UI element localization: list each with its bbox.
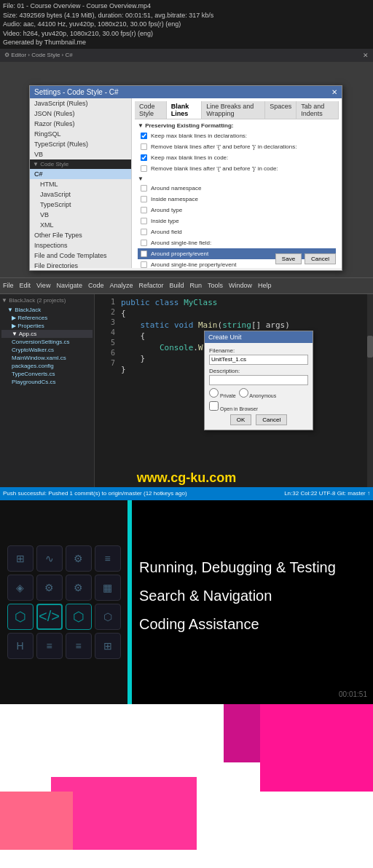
checkbox-inside-type[interactable]: Inside type [138,216,336,226]
sidebar-item-conversioncs[interactable]: ConversionSettings.cs [1,338,93,346]
filename-input[interactable] [209,355,308,365]
settings-item-javascript[interactable]: JavaScript [30,189,131,200]
checkbox-around-single-field[interactable]: Around single-line field: [138,237,336,248]
filename-label: Filename: [209,347,308,354]
checkbox-around-type[interactable]: Around type [138,205,336,216]
tab-blank-lines[interactable]: Blank Lines [167,101,202,119]
menu-build[interactable]: Build [169,282,184,289]
timer-display: 00:01:51 [339,690,367,698]
settings-save-button[interactable]: Save [275,253,302,264]
dialog-cancel-button[interactable]: Cancel [256,414,287,425]
settings-close-icon[interactable]: ✕ [331,88,337,96]
settings-item-ringsql[interactable]: RingSQL [30,129,131,139]
icon-cell-13: H [7,633,34,659]
file-info-line5: Generated by Thumbnail.me [3,38,370,47]
status-right: Ln:32 Col:22 UTF-8 Git: master ↑ [284,490,370,497]
settings-right-panel: Code Style Blank Lines Line Breaks and W… [132,98,342,268]
icon-cell-3: ⚙ [66,545,92,572]
settings-section-code-style: ▼ Code Style [30,159,131,169]
sidebar-item-appcs[interactable]: ▼ App.cs [1,330,93,338]
sidebar-item-playgroundcs[interactable]: PlaygroundCs.cs [1,378,93,386]
settings-item-inspections[interactable]: Inspections [30,240,131,250]
file-info-line1: File: 01 - Course Overview - Course Over… [3,1,370,11]
sidebar-item-typeconverts[interactable]: TypeConverts.cs [1,370,93,378]
checkbox-around-namespace[interactable]: Around namespace [138,183,336,194]
sidebar-item-blackjack[interactable]: ▼ BlackJack [1,306,93,314]
watermark: www.cg-ku.com [137,470,236,486]
checkbox-maxblank-decl[interactable]: Keep max blank lines in declarations: [138,130,336,141]
private-checkbox-label[interactable]: Private [209,388,236,398]
menu-tools[interactable]: Tools [208,282,223,289]
settings-item-other[interactable]: Other File Types [30,230,131,240]
settings-item-xml[interactable]: XML [30,220,131,230]
dialog-ok-button[interactable]: OK [230,414,252,425]
menu-edit[interactable]: Edit [20,282,31,289]
menu-analyze[interactable]: Analyze [109,282,133,289]
create-dialog-body: Filename: Description: Private Anonymous… [205,343,313,430]
tab-spaces[interactable]: Spaces [265,101,297,119]
dialog-buttons: OK Cancel [209,414,308,425]
anonymous-checkbox-label[interactable]: Anonymous [239,388,277,398]
course-item-3: Coding Assistance [139,616,361,633]
settings-item-js[interactable]: JavaScript (Rules) [30,98,131,108]
checkbox-maxblank-code[interactable]: Keep max blank lines in code: [138,152,336,163]
menu-help[interactable]: Help [258,282,272,289]
file-info-bar: File: 01 - Course Overview - Course Over… [0,0,373,49]
settings-item-razor[interactable]: Razor (Rules) [30,119,131,129]
settings-body: JavaScript (Rules) JSON (Rules) Razor (R… [30,98,342,268]
menu-window[interactable]: Window [229,282,252,289]
settings-item-csharp[interactable]: C# [30,169,131,179]
title-section: Visual Studio [0,850,373,868]
description-input[interactable] [209,375,308,385]
icon-cell-7: ⚙ [66,575,92,601]
ide-menu: File Edit View Navigate Code Analyze Ref… [3,282,272,289]
icon-cell-computer: </> [36,604,63,630]
squares-section [0,704,373,850]
settings-item-templates[interactable]: File and Code Templates [30,250,131,261]
settings-item-html[interactable]: HTML [30,179,131,189]
checkbox-remove-blank-decl[interactable]: Remove blank lines after '{' and before … [138,141,336,152]
tab-tabs-indents[interactable]: Tab and Indents [297,101,339,119]
settings-item-vb[interactable]: VB [30,149,131,159]
sidebar-item-references[interactable]: ▶ References [1,314,93,322]
icon-cell-6: ⚙ [36,575,63,601]
menu-navigate[interactable]: Navigate [56,282,82,289]
settings-item-json[interactable]: JSON (Rules) [30,108,131,119]
icon-cell-15: ≡ [66,633,92,659]
course-section: ⊞ ∿ ⚙ ≡ ◈ ⚙ ⚙ ▦ ⬡ </> ⬡ ⬡ H ≡ ≡ ⊞ Runnin… [0,500,373,704]
menu-run[interactable]: Run [190,282,203,289]
sidebar-item-packagesconfig[interactable]: packages.config [1,362,93,370]
open-browser-checkbox-label[interactable]: Open in Browser [209,401,258,411]
icon-cell-14: ≡ [36,633,63,659]
tab-line-breaks[interactable]: Line Breaks and Wrapping [202,101,265,119]
code-content: ▼ BlackJack (2 projects) ▼ BlackJack ▶ R… [0,294,373,500]
settings-item-typescript[interactable]: TypeScript [30,200,131,210]
sidebar-item-cryptowalker[interactable]: CryptoWalker.cs [1,346,93,354]
checkbox-inside-namespace[interactable]: Inside namespace [138,194,336,205]
checkbox-remove-blank-code[interactable]: Remove blank lines after '{' and before … [138,163,336,174]
menu-view[interactable]: View [36,282,50,289]
settings-item-ts[interactable]: TypeScript (Rules) [30,139,131,149]
settings-item-filedirs[interactable]: File Directories [30,261,131,268]
scrollbar-right[interactable] [367,294,373,500]
sidebar-item-properties[interactable]: ▶ Properties [1,322,93,330]
menu-code[interactable]: Code [88,282,104,289]
menu-file[interactable]: File [3,282,14,289]
status-push-message: Push successful: Pushed 1 commit(s) to o… [3,490,187,497]
square-magenta-mid [224,704,260,762]
file-info-line2: Size: 4392569 bytes (4.19 MiB), duration… [3,11,370,20]
tab-code-style[interactable]: Code Style [135,101,167,119]
settings-area: ⚙ Editor › Code Style › C# ✕ Settings - … [0,49,373,278]
scrollbar-thumb[interactable] [367,336,373,358]
close-icon[interactable]: ✕ [363,52,369,59]
icon-cell-9: ⬡ [7,604,34,630]
sidebar-item-mainwindowcs[interactable]: MainWindow.xaml.cs [1,354,93,362]
menu-refactor[interactable]: Refactor [138,282,163,289]
settings-dialog: Settings - Code Style - C# ✕ JavaScript … [29,85,342,271]
checkbox-around-field[interactable]: Around field [138,226,336,237]
icon-cell-12: ⬡ [95,604,121,630]
code-main-panel: 1234567 public class MyClass { static vo… [95,294,373,500]
file-info-line4: Video: h264, yuv420p, 1080x210, 30.00 fp… [3,29,370,39]
settings-item-vb2[interactable]: VB [30,210,131,220]
settings-cancel-button[interactable]: Cancel [305,253,336,264]
